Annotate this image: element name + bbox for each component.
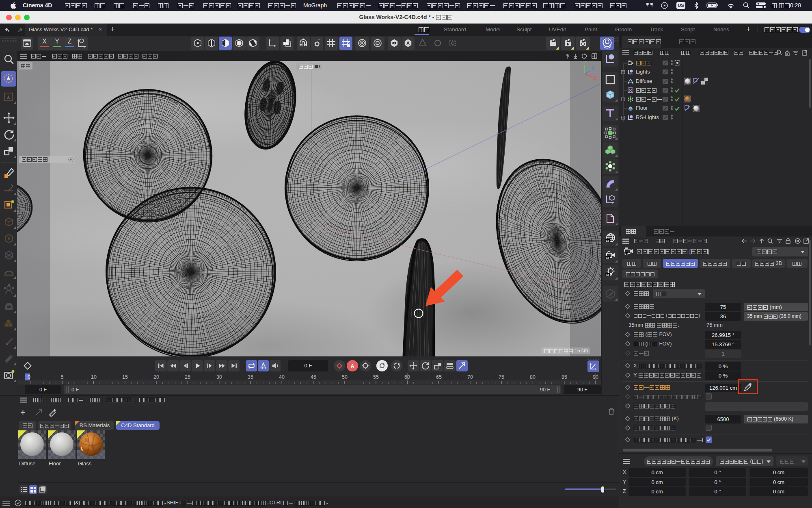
svg-text:Z: Z: [591, 66, 594, 72]
svg-text:ST: ST: [606, 239, 610, 243]
svg-text:A: A: [262, 362, 265, 367]
svg-text:Y: Y: [584, 61, 587, 64]
svg-text:ST: ST: [624, 252, 628, 255]
svg-text:ST: ST: [606, 273, 610, 277]
svg-text:A: A: [351, 363, 354, 369]
svg-text:ST: ST: [606, 256, 610, 260]
svg-text:A: A: [406, 41, 410, 46]
svg-text:X: X: [594, 75, 597, 81]
